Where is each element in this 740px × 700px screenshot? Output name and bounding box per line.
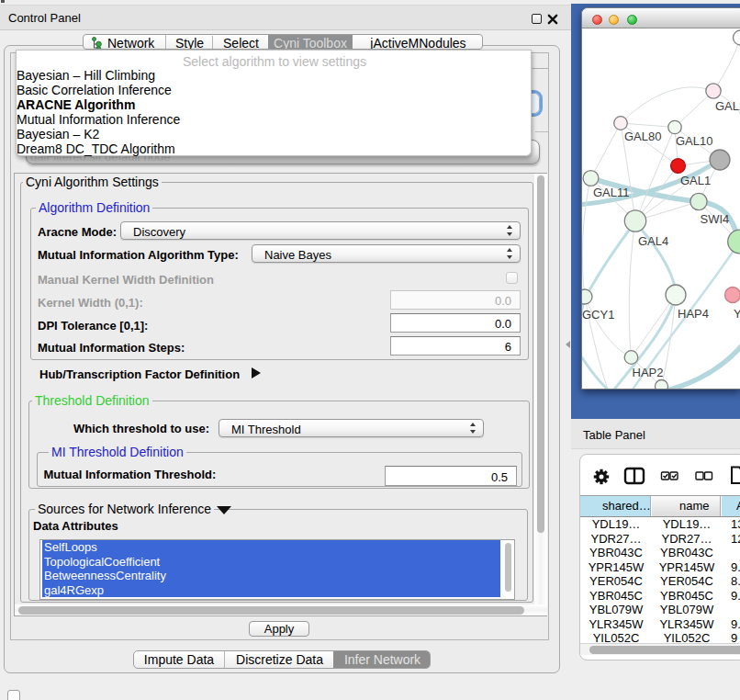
svg-text:GAL80: GAL80 [624,130,661,143]
svg-text:GAL4: GAL4 [638,234,668,248]
svg-text:YM: YM [734,307,740,321]
svg-text:HAP2: HAP2 [633,366,664,379]
svg-text:GAL1: GAL1 [680,174,711,187]
svg-text:SWI4: SWI4 [701,212,730,226]
svg-text:GAL2: GAL2 [715,99,740,113]
svg-text:GAL10: GAL10 [676,134,712,148]
svg-text:GCY1: GCY1 [582,308,614,322]
svg-text:GAL11: GAL11 [593,186,630,199]
svg-text:HAP4: HAP4 [678,307,709,321]
